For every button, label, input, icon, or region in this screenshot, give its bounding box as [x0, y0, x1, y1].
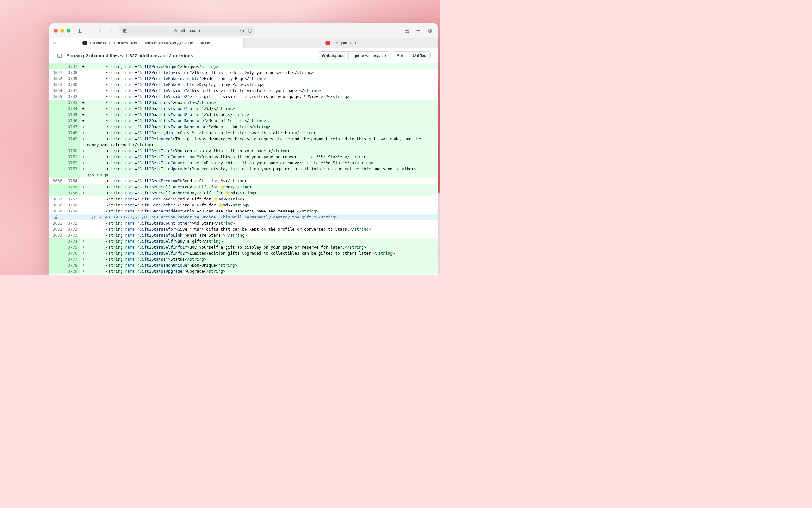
favicon-tginfo: [325, 41, 330, 45]
translate-icon[interactable]: [239, 28, 245, 34]
reload-icon[interactable]: [247, 28, 252, 33]
diff-line: 36653742 <string name="Gift2ProfileVisib…: [49, 93, 438, 99]
diff-line: 3755+ <string name="Gift2SendSelf_one">B…: [49, 184, 438, 190]
diff-line: 3778+ <string name="Gift2StatusNonUnique…: [49, 262, 438, 268]
diff-line: 3751+ <string name="Gift2SelfInfoConvert…: [49, 154, 438, 160]
traffic-lights: [54, 29, 71, 33]
diff-line: 3743+ <string name="Gift2Quantity">Quant…: [49, 99, 438, 105]
svg-rect-12: [57, 54, 62, 57]
diff-line: 36663754 <string name="Gift2SendPremium"…: [49, 178, 438, 184]
diff-line: 3746+ <string name="Gift2QuantityIssuedN…: [49, 118, 438, 124]
diff-line: 3750+ <string name="Gift2SelfInfo">You c…: [49, 148, 438, 154]
file-tree-toggle-icon[interactable]: [56, 53, 62, 59]
expand-icon[interactable]: [49, 214, 65, 220]
tab-strip: ✕ Update content of files · MarshalX/tel…: [49, 38, 438, 48]
ignore-whitespace-button[interactable]: Ignore whitespace: [348, 52, 390, 59]
diff-line: 36833773 <string name="Gift2StarsInfoLin…: [49, 232, 438, 238]
diff-line: 36693759 <string name="Gift2SenderHidden…: [49, 208, 438, 214]
forward-button[interactable]: [107, 27, 115, 35]
close-tab-icon[interactable]: ✕: [53, 41, 56, 45]
diff-hunk-header: @@ -3681,19 +3771,63 @@ This action cann…: [49, 214, 438, 220]
reader-mode-icon[interactable]: [121, 27, 129, 35]
diff-line: 36683758 <string name="Gift2Send_other">…: [49, 202, 438, 208]
svg-rect-11: [428, 29, 431, 32]
close-window-button[interactable]: [54, 29, 58, 33]
diff-line: 3774+ <string name="Gift2StarsSelf">Buy …: [49, 238, 438, 244]
share-button[interactable]: [403, 27, 410, 35]
diff-line: 36823772 <string name="Gift2StarsInfo">G…: [49, 226, 438, 232]
diff-line: 3749+ <string name="Gift2Refunded">This …: [49, 136, 438, 148]
diff-line: 3744+ <string name="Gift2QuantityIssued1…: [49, 105, 438, 112]
diff-line: 3745+ <string name="Gift2QuantityIssued2…: [49, 112, 438, 118]
back-button[interactable]: [96, 27, 104, 35]
address-bar[interactable]: github.com: [119, 26, 255, 36]
view-mode-toggle: Split Unified: [393, 51, 431, 60]
diff-line: 3748+ <string name="Gift2RarityHint">Onl…: [49, 130, 438, 136]
address-host: github.com: [179, 28, 200, 33]
diff-line: 36623739 <string name="Gift2ProfileMakeI…: [49, 76, 438, 82]
sidebar-menu-button[interactable]: [87, 27, 92, 35]
diff-line: 36673757 <string name="Gift2Send_one">Se…: [49, 196, 438, 202]
lock-icon: [174, 29, 177, 33]
browser-tab-telegram-info[interactable]: Telegram Info: [244, 38, 438, 48]
new-tab-button[interactable]: [414, 27, 422, 35]
diff-line: 36633740 <string name="Gift2ProfileMakeV…: [49, 82, 438, 87]
diff-line: 3779+ <string name="Gift2StatusUpgrade">…: [49, 268, 438, 274]
diff-line: 36813771 <string name="Gift2StarsCount_o…: [49, 220, 438, 226]
sidebar-toggle-button[interactable]: [76, 27, 84, 35]
diff-line: 3752+ <string name="Gift2SelfInfoConvert…: [49, 160, 438, 166]
whitespace-toggle: Whitespace Ignore whitespace: [318, 51, 390, 60]
tab-label: Telegram Info: [333, 41, 356, 45]
safari-window: github.com ✕ Update content of f: [49, 24, 438, 275]
unified-view-button[interactable]: Unified: [409, 52, 431, 59]
diff-line: 36643741 <string name="Gift2ProfileVisib…: [49, 87, 438, 93]
diff-summary-bar: Showing 2 changed files with 327 additio…: [49, 48, 438, 64]
window-toolbar: github.com: [49, 24, 438, 38]
minimize-window-button[interactable]: [60, 29, 64, 33]
diff-line: 3777+ <string name="Gift2Status">Status<…: [49, 256, 438, 262]
diff-line: 3737+ <string name="Gift2PriceUnique">Un…: [49, 64, 438, 70]
github-page: Showing 2 changed files with 327 additio…: [49, 48, 438, 275]
favicon-github: [82, 41, 87, 45]
svg-rect-6: [175, 31, 177, 32]
split-view-button[interactable]: Split: [393, 52, 409, 59]
diff-line: 36613738 <string name="Gift2ProfileInvis…: [49, 70, 438, 76]
diff-line: 3775+ <string name="Gift2StarsSelfInfo1"…: [49, 244, 438, 250]
tab-label: Update content of files · MarshalX/teleg…: [90, 41, 210, 45]
tab-overview-button[interactable]: [426, 27, 433, 35]
browser-tab-github[interactable]: ✕ Update content of files · MarshalX/tel…: [49, 38, 244, 48]
svg-rect-10: [428, 30, 431, 32]
diff-line: 3753+ <string name="Gift2SelfInfoUpgrade…: [49, 166, 438, 178]
diff-summary-text: Showing 2 changed files with 327 additio…: [67, 53, 195, 58]
svg-rect-0: [78, 29, 82, 32]
whitespace-button[interactable]: Whitespace: [318, 52, 348, 59]
diff-line: 3756+ <string name="Gift2SendSelf_other"…: [49, 190, 438, 196]
fullscreen-window-button[interactable]: [67, 29, 71, 33]
diff-line: 3747+ <string name="Gift2QuantityIssuedN…: [49, 124, 438, 130]
diff-view[interactable]: 3737+ <string name="Gift2PriceUnique">Un…: [49, 64, 438, 275]
diff-line: 3776+ <string name="Gift2StarsSelfInfo2"…: [49, 250, 438, 256]
diff-view-controls: Whitespace Ignore whitespace Split Unifi…: [318, 51, 431, 60]
